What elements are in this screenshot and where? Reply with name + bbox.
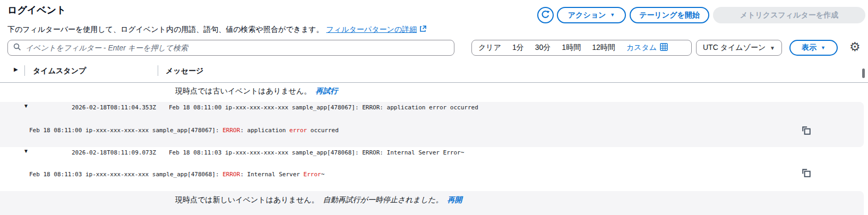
caret-down-icon: ▼ (770, 45, 775, 51)
start-tailing-button-label: テーリングを開始 (639, 11, 700, 20)
log-events-page: ログイベント 下のフィルターバーを使用して、ログイベント内の用語、語句、値の検索… (0, 0, 868, 215)
log-detail-line: Feb 18 08:11:00 ip-xxx-xxx-xxx-xxx sampl… (29, 127, 339, 134)
copy-icon (802, 170, 811, 179)
time-range-30m[interactable]: 30分 (535, 43, 551, 53)
log-detail-line: Feb 18 08:11:03 ip-xxx-xxx-xxx-xxx sampl… (29, 171, 324, 178)
page-description-text: 下のフィルターバーを使用して、ログイベント内の用語、語句、値の検索や照合ができま… (7, 25, 324, 35)
header-divider (24, 65, 25, 76)
copy-button[interactable] (802, 126, 811, 137)
time-range-12h[interactable]: 12時間 (592, 43, 615, 53)
event-filter-box (7, 40, 454, 56)
log-timestamp: 2026-02-18T08:11:09.073Z (72, 149, 156, 156)
header-divider (158, 65, 158, 76)
start-tailing-button[interactable]: テーリングを開始 (630, 7, 709, 23)
time-range-1m[interactable]: 1分 (512, 43, 524, 53)
page-description: 下のフィルターバーを使用して、ログイベント内の用語、語句、値の検索や照合ができま… (7, 25, 426, 35)
refresh-button[interactable] (537, 7, 554, 23)
create-metric-filter-label: メトリクスフィルターを作成 (740, 11, 838, 20)
refresh-icon (541, 10, 550, 21)
time-range-1h[interactable]: 1時間 (562, 43, 581, 53)
display-button[interactable]: 表示 ▼ (789, 40, 838, 56)
newer-events-message: 現時点では新しいイベントはありません。 (175, 195, 319, 205)
copy-icon (802, 128, 811, 137)
log-text-segment: ~ (321, 171, 325, 178)
search-icon (13, 43, 21, 53)
time-range-clear[interactable]: クリア (478, 43, 501, 53)
copy-button[interactable] (802, 168, 811, 180)
log-error-segment: error (289, 127, 307, 134)
log-text-segment: Feb 18 08:11:00 ip-xxx-xxx-xxx-xxx sampl… (29, 127, 222, 134)
log-error-segment: Error (304, 171, 321, 178)
time-range-custom-label: カスタム (626, 43, 657, 53)
log-error-segment: ERROR (222, 127, 240, 134)
header-border (0, 82, 868, 83)
vertical-scrollbar-thumb[interactable] (862, 68, 865, 78)
event-filter-input[interactable] (25, 44, 449, 52)
log-message: Feb 18 08:11:03 ip-xxx-xxx-xxx-xxx sampl… (169, 149, 464, 156)
actions-button[interactable]: アクション ▼ (557, 7, 626, 23)
time-range-custom[interactable]: カスタム (626, 43, 668, 53)
create-metric-filter-button[interactable]: メトリクスフィルターを作成 (713, 7, 865, 23)
preferences-gear-icon[interactable]: ⚙ (849, 39, 861, 55)
collapse-row-icon[interactable]: ▼ (23, 148, 29, 154)
caret-down-icon: ▼ (821, 46, 826, 50)
newer-events-status: 現時点では新しいイベントはありません。 自動再試行が一時停止されました。 再開 (175, 195, 462, 205)
timezone-select-value: UTC タイムゾーン (703, 43, 766, 53)
column-header-timestamp: タイムスタンプ (33, 66, 86, 76)
older-events-message: 現時点では古いイベントはありません。 (175, 87, 311, 96)
log-text-segment: : application (240, 127, 289, 134)
retry-link[interactable]: 再試行 (315, 87, 338, 96)
log-text-segment: Feb 18 08:11:03 ip-xxx-xxx-xxx-xxx sampl… (29, 171, 222, 178)
log-text-segment: occurred (307, 127, 339, 134)
timezone-select[interactable]: UTC タイムゾーン ▼ (696, 40, 782, 56)
filter-pattern-link[interactable]: フィルターパターンの詳細 (326, 25, 417, 35)
time-range-control: クリア 1分 30分 1時間 12時間 カスタム (471, 40, 692, 56)
calendar-icon (660, 43, 668, 53)
older-events-status: 現時点では古いイベントはありません。 再試行 (175, 87, 338, 96)
log-message: Feb 18 08:11:00 ip-xxx-xxx-xxx-xxx sampl… (169, 104, 478, 111)
log-text-segment: : Internal Server (240, 171, 303, 178)
auto-retry-paused-message: 自動再試行が一時停止されました。 (323, 195, 443, 205)
column-header-message: メッセージ (166, 66, 203, 76)
log-timestamp: 2026-02-18T08:11:04.353Z (72, 104, 156, 111)
expand-all-icon[interactable]: ▶ (14, 66, 18, 72)
page-title: ログイベント (7, 4, 66, 16)
resume-link[interactable]: 再開 (448, 195, 462, 205)
external-link-icon (419, 25, 426, 34)
caret-down-icon: ▼ (610, 13, 615, 18)
log-error-segment: ERROR (222, 171, 240, 178)
actions-button-label: アクション (568, 11, 606, 20)
display-button-label: 表示 (802, 43, 817, 53)
collapse-row-icon[interactable]: ▼ (23, 103, 29, 109)
